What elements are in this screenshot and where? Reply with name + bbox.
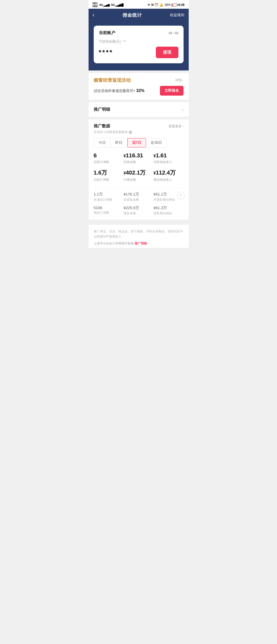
- promotion-detail-label: 推广明细: [94, 107, 110, 112]
- dot-circle: [173, 33, 174, 34]
- stat-value: ¥1.61: [154, 152, 184, 159]
- eye-icon: 👁: [147, 3, 150, 7]
- stat-label: 结算金额: [123, 160, 154, 164]
- sub-stats-grid: 1.1万 未退款订单数 ¥176.1万 未退款金额 ¥51.1万 未退款预估佣金…: [94, 192, 184, 216]
- help-icon[interactable]: ?: [129, 130, 132, 134]
- time-tabs: 今日 昨日 近7日 近30日: [94, 138, 167, 148]
- dot-rect-2: [175, 32, 178, 34]
- banner-body: 过往活动作者成交最高可+ 32% 立即报名: [94, 86, 184, 96]
- divider-2: [89, 117, 189, 119]
- status-bar: HD1 HD2 4G ▂▄▆ 5G ▂▄▆█ 👁 N ⏰ 🔔 18% 4:29: [89, 0, 189, 9]
- sub-stat-no-refund-amount: ¥176.1万 未退款金额: [123, 192, 154, 202]
- sub-stat-no-refund-orders: 1.1万 未退款订单数: [94, 192, 124, 202]
- stat-label: 结算佣金收入: [154, 160, 184, 164]
- stat-settled-orders: 6 结算订单数: [94, 152, 124, 164]
- amount-row: **** 提现: [99, 47, 178, 58]
- footer-line2: 上述平台历史订单明细可查看 推广明细: [94, 241, 184, 246]
- stat-value: ¥402.1万: [123, 169, 154, 177]
- signal-5g: 5G: [111, 3, 115, 6]
- back-button[interactable]: ‹: [93, 12, 94, 18]
- sub-stat-refund-commission: ¥61.3万 退款预估佣金: [154, 206, 184, 216]
- bell-icon: 🔔: [159, 3, 163, 7]
- stat-value: 1.6万: [94, 169, 124, 177]
- withdraw-button[interactable]: 提现: [156, 47, 178, 58]
- signal-bar-5g: ▂▄▆█: [116, 3, 124, 7]
- page-title: 佣金统计: [122, 12, 142, 18]
- banner-header: 橱窗经营返现活动 详情 ›: [94, 77, 184, 83]
- status-left: HD1 HD2 4G ▂▄▆ 5G ▂▄▆█: [93, 2, 124, 8]
- sub-divider: [94, 188, 184, 188]
- nav-bar: ‹ 佣金统计 收益规则: [89, 9, 189, 22]
- sub-stat-value: ¥176.1万: [123, 192, 154, 197]
- yen-sign: ¥: [154, 154, 156, 158]
- sub-stat-refund-orders: 5106 退款订单数: [94, 206, 124, 216]
- sub-stat-label: 退款金额: [123, 211, 154, 216]
- chevron-right-icon: [182, 107, 184, 112]
- register-now-button[interactable]: 立即报名: [160, 86, 184, 96]
- status-right: 👁 N ⏰ 🔔 18% 4:29: [147, 3, 185, 7]
- sub-stat-label: 未退款订单数: [94, 198, 124, 202]
- divider-1: [89, 100, 189, 102]
- stat-label: 计佣金额: [123, 178, 154, 182]
- sub-stat-value: ¥225.9万: [123, 206, 154, 210]
- footer-note: 推广淘宝、京东、唯品会、苏宁易购、洋码头等商品，请到对应平台联盟APP查看收入 …: [89, 225, 189, 248]
- account-title: 当前账户: [99, 30, 115, 36]
- amount-label: 可提现金额(元) 〜: [99, 39, 178, 44]
- tab-yesterday[interactable]: 昨日: [111, 138, 127, 147]
- dot-rect-1: [169, 32, 172, 34]
- stat-settled-amount: ¥116.31 结算金额: [123, 152, 154, 164]
- account-header: 当前账户: [99, 30, 178, 36]
- banner-title: 橱窗经营返现活动: [94, 77, 131, 83]
- data-sub: 仅包含小店精选联盟数据 ?: [94, 130, 184, 134]
- promotion-data-title: 推广数据: [94, 124, 110, 129]
- sub-stat-label: 退款预估佣金: [154, 211, 184, 216]
- stat-label: 结算订单数: [94, 160, 124, 164]
- earnings-rules-link[interactable]: 收益规则: [170, 13, 184, 17]
- stat-value: ¥112.4万: [154, 169, 184, 177]
- yen-sign: ¥: [154, 171, 156, 175]
- stat-estimated-commission: ¥112.4万 预估佣金收入: [154, 169, 184, 182]
- stat-settled-commission: ¥1.61 结算佣金收入: [154, 152, 184, 164]
- account-dots: [169, 32, 178, 34]
- stats-grid: 6 结算订单数 ¥116.31 结算金额 ¥1.61 结算佣金收入 1.6万 付…: [94, 152, 184, 186]
- view-more-link[interactable]: 查看更多 ›: [168, 124, 183, 129]
- account-card: 当前账户 可提现金额(元) 〜 **** 提现: [89, 22, 189, 70]
- stat-value: ¥116.31: [123, 152, 154, 159]
- sub-stat-refund-amount: ¥225.9万 退款金额: [123, 206, 154, 216]
- banner-card: 橱窗经营返现活动 详情 › 过往活动作者成交最高可+ 32% 立即报名: [89, 73, 189, 100]
- help-bubble[interactable]: ?: [177, 192, 185, 199]
- footer-text: 推广淘宝、京东、唯品会、苏宁易购、洋码头等商品，请到对应平台联盟APP查看收入: [94, 229, 184, 239]
- tab-month[interactable]: 近30日: [146, 138, 167, 147]
- sub-stats-section: 1.1万 未退款订单数 ¥176.1万 未退款金额 ¥51.1万 未退款预估佣金…: [89, 188, 189, 220]
- data-header: 推广数据 查看更多 ›: [94, 124, 184, 129]
- signal-bar-4g: ▂▄▆: [103, 3, 110, 7]
- stat-paid-orders: 1.6万 付款订单数: [94, 169, 124, 182]
- footer-promotion-link[interactable]: 推广明细: [135, 242, 147, 245]
- banner-desc: 过往活动作者成交最高可+ 32%: [94, 88, 145, 93]
- sub-stat-value: 5106: [94, 206, 124, 210]
- alarm-icon: ⏰: [155, 3, 158, 7]
- promotion-data-section: 推广数据 查看更多 › 仅包含小店精选联盟数据 ? 今日 昨日 近7日 近30日…: [89, 119, 189, 188]
- toggle-visibility-icon[interactable]: 〜: [122, 39, 127, 44]
- nfc-icon: N: [151, 3, 154, 7]
- battery-percent: 18%: [164, 3, 170, 7]
- yen-sign: ¥: [123, 171, 126, 175]
- stat-value: 6: [94, 152, 124, 159]
- chevron-right-icon: ›: [182, 78, 183, 82]
- sub-stat-label: 未退款金额: [123, 198, 154, 202]
- stat-label: 预估佣金收入: [154, 178, 184, 182]
- banner-detail-link[interactable]: 详情 ›: [175, 78, 183, 83]
- sub-stat-value: ¥61.3万: [154, 206, 184, 210]
- yen-sign: ¥: [123, 154, 126, 158]
- tab-today[interactable]: 今日: [94, 138, 111, 147]
- tab-week[interactable]: 近7日: [127, 138, 146, 147]
- account-amount: ****: [99, 48, 113, 56]
- stat-label: 付款订单数: [94, 178, 124, 182]
- battery-icon: [171, 4, 177, 6]
- sub-stat-value: 1.1万: [94, 192, 124, 197]
- chevron-right-icon: ›: [182, 124, 183, 128]
- promotion-detail-row[interactable]: 推广明细: [89, 102, 189, 117]
- hd-indicator: HD1 HD2: [93, 2, 98, 8]
- sub-stat-label: 退款订单数: [94, 211, 124, 215]
- divider-3: [89, 220, 189, 222]
